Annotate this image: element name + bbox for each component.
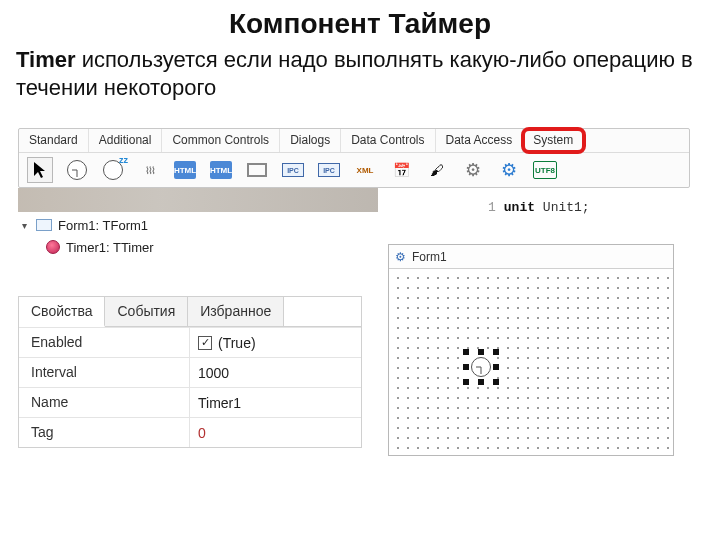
prop-row-interval[interactable]: Interval 1000 — [19, 357, 361, 387]
form-caption: Form1 — [412, 250, 447, 264]
prop-key: Name — [19, 388, 190, 417]
resize-handle[interactable] — [493, 364, 499, 370]
palette-tab-dialogs[interactable]: Dialogs — [280, 129, 341, 152]
prop-val[interactable]: 1000 — [190, 358, 361, 387]
process-icon[interactable] — [137, 158, 161, 182]
palette-icon-row: HTML HTML IPC IPC XML UTF8 — [19, 153, 689, 187]
prop-row-name[interactable]: Name Timer1 — [19, 387, 361, 417]
checkbox-icon[interactable]: ✓ — [198, 336, 212, 350]
tree-row-timer[interactable]: Timer1: TTimer — [18, 236, 298, 258]
resize-handle[interactable] — [463, 364, 469, 370]
slide-title: Компонент Таймер — [0, 0, 720, 46]
prop-val[interactable]: 0 — [190, 418, 361, 447]
tree-row-form[interactable]: ▾ Form1: TForm1 — [18, 214, 298, 236]
palette-tab-common-controls[interactable]: Common Controls — [162, 129, 280, 152]
tab-events[interactable]: События — [105, 297, 188, 326]
selection-tool-icon[interactable] — [27, 157, 53, 183]
idle-timer-icon[interactable] — [101, 158, 125, 182]
palette-tab-standard[interactable]: Standard — [19, 129, 89, 152]
palette-tab-additional[interactable]: Additional — [89, 129, 163, 152]
html-browser-icon[interactable]: HTML — [209, 158, 233, 182]
service-icon[interactable] — [461, 158, 485, 182]
settings-icon[interactable] — [497, 158, 521, 182]
object-inspector: Свойства События Избранное Enabled ✓ (Tr… — [18, 296, 362, 448]
palette-tab-system[interactable]: System — [523, 129, 584, 152]
slide-body-rest: используется если надо выполнять какую-л… — [16, 47, 693, 100]
palette-tab-strip: Standard Additional Common Controls Dial… — [19, 129, 689, 153]
resize-handle[interactable] — [478, 379, 484, 385]
prop-key: Enabled — [19, 328, 190, 357]
expander-icon[interactable]: ▾ — [18, 219, 30, 231]
ipc-server-icon[interactable]: IPC — [317, 158, 341, 182]
prop-key: Tag — [19, 418, 190, 447]
html-help-icon[interactable]: HTML — [173, 158, 197, 182]
inspector-tabs: Свойства События Избранное — [19, 297, 361, 327]
clock-icon — [471, 357, 491, 377]
prop-val-text: (True) — [218, 335, 256, 351]
timer-component-icon — [46, 240, 60, 254]
slide-body: Timer используется если надо выполнять к… — [0, 46, 720, 109]
tree-label-form: Form1: TForm1 — [58, 218, 148, 233]
code-keyword: unit — [504, 200, 535, 215]
form-designer[interactable]: Form1 — [388, 244, 674, 456]
background-strip — [18, 188, 378, 212]
component-palette: Standard Additional Common Controls Dial… — [18, 128, 690, 188]
ipc-client-icon[interactable]: IPC — [281, 158, 305, 182]
utf8-icon[interactable]: UTF8 — [533, 158, 557, 182]
code-fragment: 1 unit Unit1; — [488, 200, 590, 215]
panel-icon[interactable] — [245, 158, 269, 182]
datetime-icon[interactable] — [389, 158, 413, 182]
code-identifier: Unit1; — [543, 200, 590, 215]
form-icon — [36, 219, 52, 231]
prop-val[interactable]: Timer1 — [190, 388, 361, 417]
prop-row-tag[interactable]: Tag 0 — [19, 417, 361, 447]
tab-properties[interactable]: Свойства — [19, 297, 105, 327]
prop-val[interactable]: ✓ (True) — [190, 328, 361, 357]
timer-icon[interactable] — [65, 158, 89, 182]
slide-body-bold: Timer — [16, 47, 76, 72]
timer-component-on-form[interactable] — [467, 353, 495, 381]
tree-label-timer: Timer1: TTimer — [66, 240, 154, 255]
palette-tab-data-access[interactable]: Data Access — [436, 129, 524, 152]
prop-key: Interval — [19, 358, 190, 387]
paintbox-icon[interactable] — [425, 158, 449, 182]
resize-handle[interactable] — [493, 379, 499, 385]
code-line-number: 1 — [488, 200, 496, 215]
resize-handle[interactable] — [463, 379, 469, 385]
palette-tab-data-controls[interactable]: Data Controls — [341, 129, 435, 152]
xml-icon[interactable]: XML — [353, 158, 377, 182]
resize-handle[interactable] — [478, 349, 484, 355]
designer-grid[interactable] — [389, 269, 673, 455]
resize-handle[interactable] — [493, 349, 499, 355]
form-designer-header: Form1 — [389, 245, 673, 269]
resize-handle[interactable] — [463, 349, 469, 355]
prop-row-enabled[interactable]: Enabled ✓ (True) — [19, 327, 361, 357]
ide-screenshot: Standard Additional Common Controls Dial… — [18, 128, 690, 468]
object-tree: ▾ Form1: TForm1 Timer1: TTimer — [18, 214, 298, 258]
form-header-icon — [395, 250, 406, 264]
tab-favorites[interactable]: Избранное — [188, 297, 284, 326]
